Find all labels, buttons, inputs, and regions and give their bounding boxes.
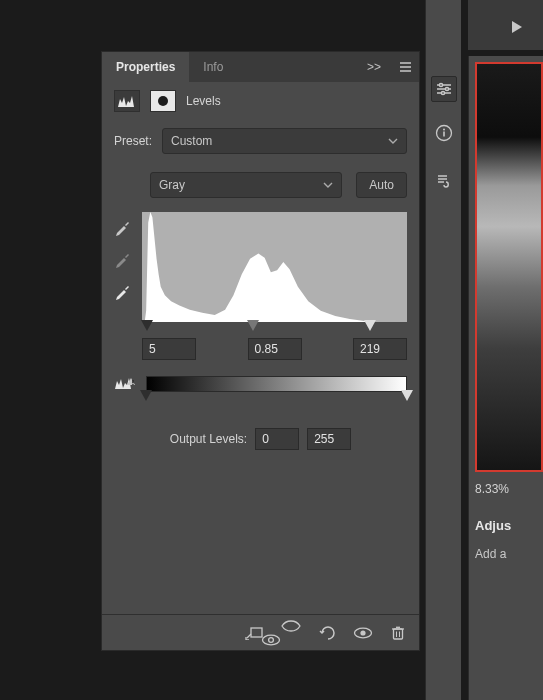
info-icon[interactable] [431, 120, 457, 146]
preset-row: Preset: Custom [114, 128, 407, 154]
output-low-input[interactable]: 0 [255, 428, 299, 450]
svg-point-18 [269, 637, 274, 642]
trash-icon[interactable] [391, 625, 405, 641]
midtone-input[interactable]: 0.85 [248, 338, 302, 360]
tab-info[interactable]: Info [189, 52, 237, 82]
svg-rect-8 [443, 132, 445, 137]
adjustments-icon[interactable] [431, 76, 457, 102]
zoom-level: 8.33% [475, 482, 543, 496]
properties-panel: Properties Info >> Levels Preset: Custom [101, 51, 420, 651]
highlight-input[interactable]: 219 [353, 338, 407, 360]
svg-point-17 [263, 635, 280, 645]
channel-select[interactable]: Gray [150, 172, 342, 198]
output-low-marker[interactable] [140, 390, 152, 401]
output-section [114, 376, 407, 404]
output-levels-label: Output Levels: [170, 432, 247, 446]
adjustment-header: Levels [114, 90, 407, 112]
output-levels-row: Output Levels: 0 255 [114, 428, 407, 450]
histogram[interactable] [142, 212, 407, 322]
shadow-input[interactable]: 5 [142, 338, 196, 360]
layer-mask-icon[interactable] [150, 90, 176, 112]
shadow-marker[interactable] [141, 320, 153, 331]
input-slider[interactable] [142, 320, 407, 334]
channel-value: Gray [159, 178, 185, 192]
play-icon[interactable] [503, 14, 529, 40]
svg-point-20 [360, 630, 365, 635]
output-slider[interactable] [146, 390, 407, 404]
clip-warning-icon[interactable] [114, 376, 136, 394]
svg-point-5 [441, 91, 444, 94]
adjustments-heading: Adjus [475, 518, 543, 533]
chevron-double-icon: >> [367, 60, 381, 74]
eyedropper-white-icon[interactable] [114, 282, 132, 300]
preset-select[interactable]: Custom [162, 128, 407, 154]
panel-footer [102, 614, 419, 650]
tab-properties[interactable]: Properties [102, 52, 189, 82]
preset-value: Custom [171, 134, 212, 148]
view-previous-icon[interactable] [281, 619, 301, 647]
image-strip: 8.33% Adjus Add a [468, 56, 543, 700]
output-high-input[interactable]: 255 [307, 428, 351, 450]
svg-point-3 [439, 83, 442, 86]
panel-content: Levels Preset: Custom Gray Auto [102, 82, 419, 614]
eyedropper-black-icon[interactable] [114, 218, 132, 236]
visibility-icon[interactable] [353, 626, 373, 640]
auto-button[interactable]: Auto [356, 172, 407, 198]
image-thumbnail[interactable] [475, 62, 543, 472]
panel-tabbar: Properties Info >> [102, 52, 419, 82]
preset-label: Preset: [114, 134, 152, 148]
midtone-marker[interactable] [247, 320, 259, 331]
auto-label: Auto [369, 178, 394, 192]
panel-collapse-button[interactable]: >> [359, 60, 389, 74]
adjustment-name-label: Levels [186, 94, 221, 108]
eyedropper-gray-icon[interactable] [114, 250, 132, 268]
eyedropper-column [114, 212, 132, 360]
chevron-down-icon [323, 182, 333, 188]
svg-point-4 [445, 87, 448, 90]
output-high-marker[interactable] [401, 390, 413, 401]
add-adjustment-label: Add a [475, 547, 543, 561]
channel-row: Gray Auto [114, 172, 407, 198]
svg-rect-14 [132, 384, 134, 385]
reset-icon[interactable] [319, 626, 335, 640]
levels-histogram-icon[interactable] [114, 90, 140, 112]
right-tool-strip [425, 0, 461, 700]
svg-rect-13 [132, 380, 134, 383]
svg-point-12 [158, 96, 168, 106]
svg-rect-21 [394, 629, 403, 639]
svg-point-7 [443, 128, 445, 130]
histogram-column: 5 0.85 219 [142, 212, 407, 360]
panel-menu-icon[interactable] [389, 61, 419, 73]
tool-header [468, 0, 543, 50]
histogram-section: 5 0.85 219 [114, 212, 407, 360]
output-gradient-wrap [146, 376, 407, 404]
input-levels-row: 5 0.85 219 [142, 338, 407, 360]
chevron-down-icon [388, 138, 398, 144]
highlight-marker[interactable] [364, 320, 376, 331]
clone-stamp-icon[interactable] [431, 168, 457, 194]
